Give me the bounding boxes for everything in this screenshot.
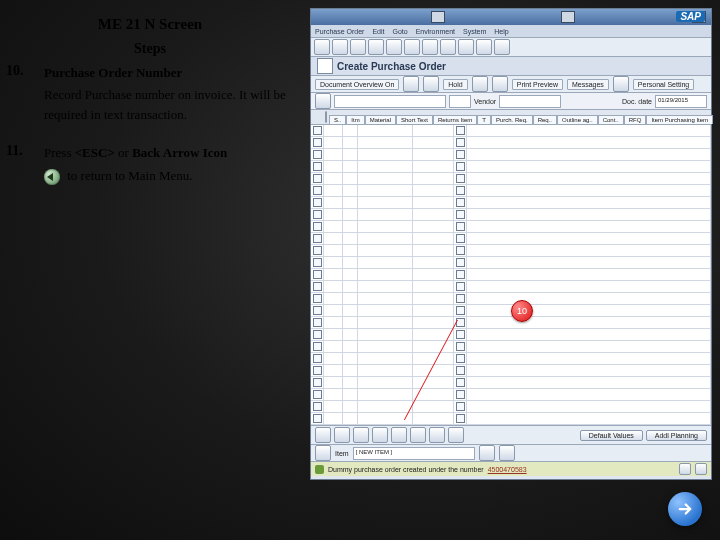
row-selector[interactable] — [311, 221, 324, 232]
row-checkbox[interactable] — [454, 389, 467, 400]
next-slide-button[interactable] — [668, 492, 702, 526]
row-selector[interactable] — [311, 173, 324, 184]
tab[interactable]: Itm — [346, 115, 364, 124]
tab[interactable]: Cont.. — [598, 115, 624, 124]
toolbar-button[interactable] — [476, 39, 492, 55]
doc-date-field[interactable]: 01/29/2015 — [655, 95, 707, 108]
row-selector[interactable] — [311, 317, 324, 328]
toolbar-button[interactable] — [334, 427, 350, 443]
row-checkbox[interactable] — [454, 125, 467, 136]
table-row[interactable] — [311, 377, 711, 389]
row-selector[interactable] — [311, 401, 324, 412]
window-min-icon[interactable] — [431, 11, 445, 23]
messages-button[interactable]: Messages — [567, 79, 609, 90]
row-checkbox[interactable] — [454, 185, 467, 196]
toolbar-button[interactable] — [372, 427, 388, 443]
row-selector[interactable] — [311, 293, 324, 304]
row-selector[interactable] — [311, 377, 324, 388]
table-row[interactable] — [311, 365, 711, 377]
row-selector[interactable] — [311, 281, 324, 292]
row-selector[interactable] — [311, 149, 324, 160]
row-checkbox[interactable] — [454, 317, 467, 328]
row-selector[interactable] — [311, 353, 324, 364]
tab[interactable]: Outline ag.. — [557, 115, 598, 124]
toolbar-button[interactable] — [492, 76, 508, 92]
row-selector[interactable] — [311, 413, 324, 424]
tab[interactable]: Purch. Req. — [491, 115, 533, 124]
row-selector[interactable] — [311, 209, 324, 220]
status-po-number[interactable]: 4500470583 — [488, 466, 527, 473]
toolbar-button[interactable] — [391, 427, 407, 443]
table-row[interactable] — [311, 233, 711, 245]
table-row[interactable] — [311, 269, 711, 281]
table-row[interactable] — [311, 245, 711, 257]
addl-planning-button[interactable]: Addl Planning — [646, 430, 707, 441]
row-checkbox[interactable] — [454, 329, 467, 340]
row-selector[interactable] — [311, 197, 324, 208]
nav-down-icon[interactable] — [499, 445, 515, 461]
row-checkbox[interactable] — [454, 233, 467, 244]
row-selector[interactable] — [311, 425, 324, 426]
row-selector[interactable] — [311, 305, 324, 316]
default-values-button[interactable]: Default Values — [580, 430, 643, 441]
tab[interactable]: Returns Item — [433, 115, 477, 124]
menu-item[interactable]: Environment — [416, 28, 455, 35]
row-checkbox[interactable] — [454, 197, 467, 208]
row-selector[interactable] — [311, 233, 324, 244]
tab[interactable]: Item Purchasing Item — [646, 115, 713, 124]
expand-icon[interactable] — [315, 445, 331, 461]
nav-up-icon[interactable] — [479, 445, 495, 461]
toolbar-button[interactable] — [410, 427, 426, 443]
toolbar-button[interactable] — [472, 76, 488, 92]
row-checkbox[interactable] — [454, 401, 467, 412]
status-nav-icon[interactable] — [679, 463, 691, 475]
row-checkbox[interactable] — [454, 245, 467, 256]
item-select-field[interactable]: [ NEW ITEM ] — [353, 447, 475, 460]
tab[interactable]: Req.. — [533, 115, 557, 124]
row-checkbox[interactable] — [454, 353, 467, 364]
row-selector[interactable] — [311, 161, 324, 172]
window-max-icon[interactable] — [561, 11, 575, 23]
row-checkbox[interactable] — [454, 221, 467, 232]
po-type-field[interactable] — [334, 95, 446, 108]
table-row[interactable] — [311, 257, 711, 269]
table-row[interactable] — [311, 401, 711, 413]
table-row[interactable] — [311, 197, 711, 209]
doc-overview-button[interactable]: Document Overview On — [315, 79, 399, 90]
tab[interactable]: S.. — [329, 115, 346, 124]
po-type-help[interactable] — [449, 95, 471, 108]
toolbar-button[interactable] — [332, 39, 348, 55]
row-selector[interactable] — [311, 137, 324, 148]
table-row[interactable] — [311, 149, 711, 161]
table-row[interactable] — [311, 221, 711, 233]
table-row[interactable] — [311, 125, 711, 137]
row-checkbox[interactable] — [454, 293, 467, 304]
table-row[interactable] — [311, 317, 711, 329]
row-selector[interactable] — [311, 185, 324, 196]
toolbar-button[interactable] — [448, 427, 464, 443]
row-checkbox[interactable] — [454, 341, 467, 352]
tab[interactable]: Short Text — [396, 115, 433, 124]
tab[interactable]: RFQ — [624, 115, 647, 124]
toolbar-button[interactable] — [404, 39, 420, 55]
toolbar-button[interactable] — [314, 39, 330, 55]
table-row[interactable] — [311, 353, 711, 365]
table-row[interactable] — [311, 341, 711, 353]
row-selector[interactable] — [311, 341, 324, 352]
row-checkbox[interactable] — [454, 281, 467, 292]
toolbar-button[interactable] — [353, 427, 369, 443]
toolbar-button[interactable] — [386, 39, 402, 55]
row-checkbox[interactable] — [454, 173, 467, 184]
row-selector[interactable] — [311, 269, 324, 280]
row-checkbox[interactable] — [454, 365, 467, 376]
expand-icon[interactable] — [315, 93, 331, 109]
toolbar-button[interactable] — [315, 427, 331, 443]
toolbar-button[interactable] — [350, 39, 366, 55]
row-checkbox[interactable] — [454, 377, 467, 388]
menu-item[interactable]: Help — [494, 28, 508, 35]
personal-setting-button[interactable]: Personal Setting — [633, 79, 694, 90]
row-checkbox[interactable] — [454, 269, 467, 280]
row-selector[interactable] — [311, 245, 324, 256]
tab[interactable]: T — [477, 115, 491, 124]
row-selector[interactable] — [311, 389, 324, 400]
